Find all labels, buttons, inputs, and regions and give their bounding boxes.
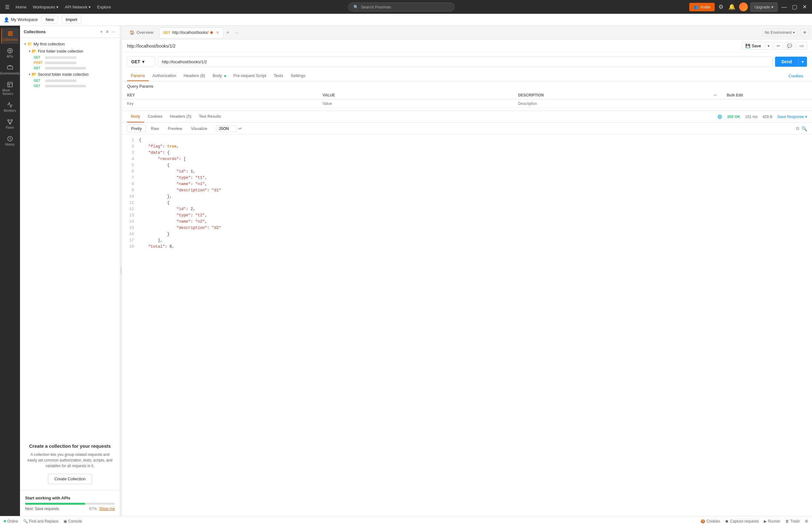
save-btn-group: 💾 Save ▾ <box>741 42 772 50</box>
nav-explore[interactable]: Explore <box>95 3 113 11</box>
tab-body[interactable]: Body <box>209 71 230 81</box>
word-wrap-button[interactable]: ⇌ <box>238 126 242 131</box>
tab-authorization[interactable]: Authorization <box>149 71 180 81</box>
cookies-link[interactable]: Cookies <box>785 71 807 81</box>
tab-add-button[interactable]: + <box>224 28 232 37</box>
tab-pre-request[interactable]: Pre-request Script <box>230 71 270 81</box>
trash-button[interactable]: 🗑 Trash <box>785 519 800 524</box>
notifications-button[interactable]: 🔔 <box>727 2 737 12</box>
tab-more-button[interactable]: ··· <box>232 29 241 36</box>
workspace-icon: 👤 <box>4 17 9 22</box>
main-area: Collections APIs Environments Mock Serve… <box>0 26 812 516</box>
desc-input[interactable] <box>518 101 704 106</box>
settings-bottom-icon: ⚙ <box>805 519 808 524</box>
nav-home[interactable]: Home <box>13 3 29 11</box>
close-button[interactable]: ✕ <box>801 2 808 12</box>
import-button[interactable]: Import <box>62 16 82 24</box>
environment-editor-button[interactable]: 👁 <box>800 29 810 36</box>
url-input[interactable] <box>158 57 772 67</box>
tab-headers[interactable]: Headers (8) <box>180 71 209 81</box>
console-button[interactable]: ▣ Console <box>63 519 82 524</box>
nav-workspaces[interactable]: Workspaces ▾ <box>30 3 61 11</box>
sidebar-item-environments[interactable]: Environments <box>1 62 19 77</box>
copy-response-button[interactable]: ⧉ <box>796 126 799 131</box>
invite-button[interactable]: 👥 Invite <box>689 3 715 11</box>
capture-requests-button[interactable]: ⏺ Capture requests <box>725 519 759 524</box>
avatar[interactable] <box>739 2 748 11</box>
visualize-tab[interactable]: Visualize <box>187 125 211 132</box>
bulk-edit-header[interactable]: Bulk Edit <box>722 91 812 100</box>
find-replace-button[interactable]: 🔍 Find and Replace <box>23 519 59 524</box>
save-dropdown-button[interactable]: ▾ <box>765 42 772 50</box>
request-row[interactable]: GET <box>23 55 117 60</box>
tab-tests[interactable]: Tests <box>270 71 287 81</box>
more-options-button[interactable]: ··· <box>111 28 116 35</box>
search-box[interactable]: 🔍 Search Postman <box>348 2 454 12</box>
key-input[interactable] <box>127 101 313 106</box>
save-button[interactable]: 💾 Save <box>741 42 765 50</box>
sidebar-item-mock-servers[interactable]: Mock Servers <box>1 79 19 98</box>
star-icon[interactable]: ☆ <box>108 42 112 46</box>
params-empty-row <box>122 100 812 108</box>
save-response-button[interactable]: Save Response ▾ <box>777 115 807 119</box>
flows-icon <box>7 119 13 125</box>
folder1-header[interactable]: ▾ 📂 First folder inside collection <box>23 47 117 55</box>
settings-bottom-button[interactable]: ⚙ <box>805 519 808 524</box>
tab-settings[interactable]: Settings <box>287 71 309 81</box>
request-row[interactable]: GET <box>23 78 117 83</box>
value-input[interactable] <box>323 101 508 106</box>
runner-button[interactable]: ▶ Runner <box>764 519 780 524</box>
create-collection-area: Create a collection for your requests A … <box>20 437 120 490</box>
menu-icon[interactable]: ☰ <box>4 3 11 11</box>
show-me-link[interactable]: Show me <box>99 507 115 511</box>
format-selector[interactable]: JSON XML HTML <box>216 125 237 132</box>
tab-close-button[interactable]: ✕ <box>216 30 219 35</box>
collection-header[interactable]: ▾ 📁 My first collection ☆ ··· <box>23 40 117 47</box>
request-row[interactable]: GET <box>23 66 117 71</box>
env-selector[interactable]: No Environment ▾ <box>762 29 798 36</box>
sidebar-item-collections[interactable]: Collections <box>1 28 19 44</box>
search-response-button[interactable]: 🔍 <box>802 126 807 131</box>
minimize-button[interactable]: — <box>780 2 788 12</box>
method-selector[interactable]: GET ▾ <box>127 56 155 67</box>
cookies-bottom-button[interactable]: 🍪 Cookies <box>700 519 720 524</box>
create-collection-desc: A collection lets you group related requ… <box>26 452 114 469</box>
settings-button[interactable]: ⚙ <box>717 2 725 12</box>
folder2-header[interactable]: ▾ 📂 Second folder inside collection <box>23 71 117 78</box>
nav-api-network[interactable]: API Network ▾ <box>62 3 93 11</box>
tab-overview[interactable]: 🏠 Overview <box>125 28 158 37</box>
collection-more-icon[interactable]: ··· <box>112 42 116 46</box>
resp-tab-headers[interactable]: Headers (5) <box>166 111 195 123</box>
preview-tab[interactable]: Preview <box>164 125 186 132</box>
folder1-chevron: ▾ <box>29 49 30 53</box>
new-button[interactable]: New <box>42 16 58 24</box>
code-snippet-button[interactable]: </> <box>796 42 807 50</box>
raw-tab[interactable]: Raw <box>147 125 163 132</box>
comments-button[interactable]: 💬 <box>784 42 795 50</box>
resp-tab-test-results[interactable]: Test Results <box>195 111 225 123</box>
create-collection-button[interactable]: Create Collection <box>48 474 92 484</box>
request-row[interactable]: GET <box>23 83 117 89</box>
send-dropdown-button[interactable]: ▾ <box>798 57 807 67</box>
sidebar-item-history[interactable]: History <box>1 133 19 149</box>
send-button[interactable]: Send <box>775 57 798 67</box>
tab-params[interactable]: Params <box>127 71 149 81</box>
sort-button[interactable]: ≡ <box>105 28 109 35</box>
restore-button[interactable]: ▢ <box>791 2 799 12</box>
pretty-tab[interactable]: Pretty <box>127 125 146 132</box>
url-bar: GET ▾ Send ▾ <box>122 56 812 67</box>
add-collection-button[interactable]: + <box>99 28 104 35</box>
edit-docs-button[interactable]: ✏ <box>774 42 783 50</box>
sidebar-item-flows[interactable]: Flows <box>1 116 19 132</box>
status-time: 101 ms <box>745 115 757 119</box>
resp-tab-cookies[interactable]: Cookies <box>144 111 166 123</box>
key-header: KEY <box>122 91 318 100</box>
collection-my-first: ▾ 📁 My first collection ☆ ··· ▾ 📂 First … <box>23 40 117 89</box>
resp-tab-body[interactable]: Body <box>127 111 144 123</box>
tab-active-request[interactable]: GET http://localhost/books/ ✕ <box>159 28 223 38</box>
request-row[interactable]: POST <box>23 60 117 66</box>
history-icon <box>7 136 13 142</box>
upgrade-button[interactable]: Upgrade ▾ <box>750 2 778 12</box>
sidebar-item-apis[interactable]: APIs <box>1 45 19 61</box>
sidebar-item-monitors[interactable]: Monitors <box>1 99 19 115</box>
